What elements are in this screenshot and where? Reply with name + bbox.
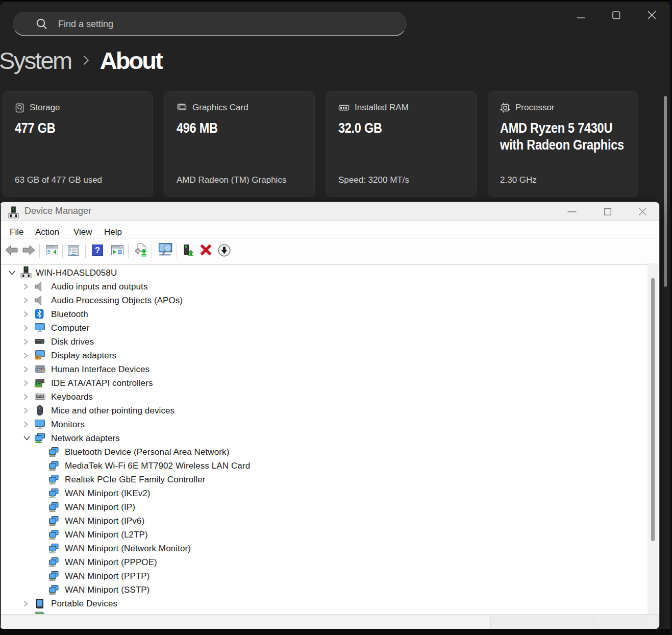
svg-text:?: ? xyxy=(95,246,100,255)
